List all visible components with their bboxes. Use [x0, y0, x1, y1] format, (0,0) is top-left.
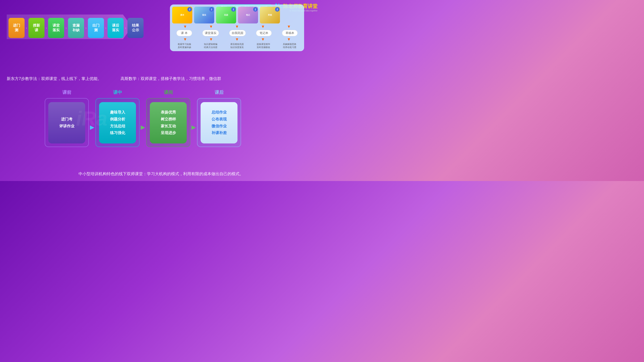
tb-label-3: 笔记本	[256, 30, 272, 36]
flow-step-1: 授新 课	[28, 18, 44, 38]
text-row-1: 新东方7步教学法：双师课堂，线上线下，掌上优能。 高斯数学：双师课堂，搭梯子教学…	[7, 76, 304, 81]
phase-box-2: 表扬优秀 树立榜样 家长互动 呈现进步	[150, 102, 187, 143]
phase-item-3: 课后总结作业 公布表现 微信作业 补课补差	[197, 89, 241, 147]
tb-label-1: 课堂落实	[202, 30, 219, 36]
phase-header-2: 课间	[164, 89, 173, 95]
phase-outer-box-1: 趣味导入 例题分析 方法总结 练习强化	[96, 98, 140, 147]
text-left: 新东方7步教学法：双师课堂，线上线下，掌上优能。	[7, 76, 102, 81]
phase-wrapper-2: 课间表扬优秀 树立榜样 家长互动 呈现进步▶	[146, 89, 197, 147]
step-arrow: ›	[26, 26, 27, 30]
flow-steps: 进门 测›授新 课›课堂 落实›查漏 补缺›出门 测›课后 落实›结果 公示	[7, 16, 145, 40]
flow-section: 进门 测›授新 课›课堂 落实›查漏 补缺›出门 测›课后 落实›结果 公示	[7, 12, 145, 43]
step-arrow: ›	[66, 26, 67, 30]
phase-box-1: 趣味导入 例题分析 方法总结 练习强化	[99, 102, 136, 143]
arrow-icon-2: ▶	[192, 124, 196, 131]
text-right: 高斯数学：双师课堂，搭梯子教学法，习惯培养，微信群	[120, 76, 221, 81]
book-images: 2 课本 2 落实 2 巩固 2 笔记 2 草稿	[172, 7, 302, 23]
flow-step-5: 课后 落实	[108, 18, 124, 38]
step-arrow: ›	[46, 26, 47, 30]
textbook-labels: 课 本课堂落实自我巩固笔记本草稿本	[172, 30, 302, 36]
phase-wrapper-0: 课前进门考 评讲作业▶	[45, 89, 96, 147]
phase-header-1: 课中	[113, 89, 122, 95]
tb-desc-3: 提炼课堂精华 实时音频吸收	[252, 43, 274, 49]
phase-outer-box-0: 进门考 评讲作业	[45, 98, 89, 147]
phase-wrapper-3: 课后总结作业 公布表现 微信作业 补课补差	[197, 89, 241, 147]
book-3: 2 巩固	[216, 7, 236, 23]
flow-step-3: 查漏 补缺	[68, 18, 84, 38]
textbook-descs: 检索学习短板 及时查漏补缺知识逻辑精编 经典方法传授课后精练巩固 知识深度落实提…	[172, 43, 302, 49]
phase-item-2: 课间表扬优秀 树立榜样 家长互动 呈现进步	[146, 89, 190, 147]
phase-header-0: 课前	[62, 89, 71, 95]
arrow-icon-0: ▶	[90, 124, 94, 131]
arrows-down2: ▼▼▼▼▼	[172, 37, 302, 42]
phase-outer-box-2: 表扬优秀 树立榜样 家长互动 呈现进步	[146, 98, 190, 147]
book-5: 2 草稿	[260, 7, 280, 23]
phase-section: 课前进门考 评讲作业▶课中趣味导入 例题分析 方法总结 练习强化▶课间表扬优秀 …	[45, 89, 315, 147]
phase-outer-box-3: 总结作业 公布表现 微信作业 补课补差	[197, 98, 241, 147]
textbook-box: 2 课本 2 落实 2 巩固 2 笔记 2 草稿 ▼▼▼▼▼ 课 本课	[170, 4, 304, 51]
step-arrow: ›	[86, 26, 86, 30]
phase-wrapper-1: 课中趣味导入 例题分析 方法总结 练习强化▶	[96, 89, 146, 147]
arrows-down: ▼▼▼▼▼	[172, 24, 302, 29]
phase-header-3: 课后	[215, 89, 224, 95]
tb-label-0: 课 本	[176, 30, 192, 36]
flow-step-4: 出门 测	[88, 18, 104, 38]
flow-step-2: 课堂 落实	[48, 18, 64, 38]
tb-label-2: 自我巩固	[229, 30, 246, 36]
step-arrow: ›	[105, 26, 106, 30]
phase-arrow-0: ▶	[89, 106, 96, 131]
book-4: 2 笔记	[238, 7, 258, 23]
phase-item-1: 课中趣味导入 例题分析 方法总结 练习强化	[96, 89, 140, 147]
book-1: 2 课本	[172, 7, 192, 23]
bottom-caption: 中小型培训机构特色的线下双师课堂：学习大机构的模式，利用有限的成本做出自己的模式…	[7, 171, 315, 177]
book-2: 2 落实	[194, 7, 214, 23]
flow-step-0: 进门 测	[8, 18, 24, 38]
phase-arrow-1: ▶	[140, 106, 146, 131]
tb-label-4: 草稿本	[282, 30, 298, 36]
tb-desc-4: 具象解题思路 培养动笔习惯	[278, 43, 301, 49]
step-arrow: ›	[125, 26, 126, 30]
flow-arrow: 进门 测›授新 课›课堂 落实›查漏 补缺›出门 测›课后 落实›结果 公示	[7, 12, 145, 43]
tb-desc-2: 课后精练巩固 知识深度落实	[226, 43, 248, 49]
flow-step-6: 结果 公示	[128, 18, 144, 38]
arrow-icon-1: ▶	[141, 124, 145, 131]
phase-box-0: 进门考 评讲作业	[48, 102, 85, 143]
phase-item-0: 课前进门考 评讲作业	[45, 89, 89, 147]
phase-box-3: 总结作业 公布表现 微信作业 补课补差	[200, 102, 238, 143]
tb-desc-1: 知识逻辑精编 经典方法传授	[200, 43, 222, 49]
textbook-section: 2 课本 2 落实 2 巩固 2 笔记 2 草稿 ▼▼▼▼▼ 课 本课	[170, 4, 304, 53]
tb-desc-0: 检索学习短板 及时查漏补缺	[173, 43, 196, 49]
phase-arrow-2: ▶	[190, 106, 197, 131]
